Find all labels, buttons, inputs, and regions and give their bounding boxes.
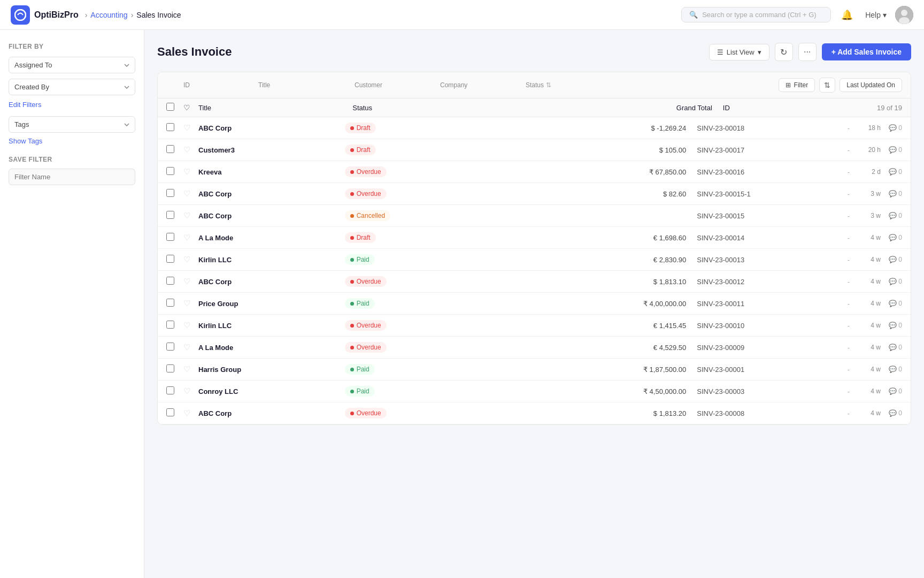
show-tags-link[interactable]: Show Tags [9, 137, 135, 145]
notifications-button[interactable]: 🔔 [837, 5, 857, 25]
select-all-checkbox[interactable] [166, 103, 174, 111]
logo[interactable]: OptiBizPro [11, 5, 79, 25]
row-check-input[interactable] [166, 123, 174, 131]
row-favorite-7[interactable]: ♡ [183, 277, 198, 286]
row-title-13[interactable]: ABC Corp [198, 409, 345, 417]
row-check-input[interactable] [166, 189, 174, 197]
row-title-5[interactable]: A La Mode [198, 234, 345, 242]
row-check-input[interactable] [166, 277, 174, 285]
row-title-7[interactable]: ABC Corp [198, 278, 345, 286]
breadcrumb-parent[interactable]: Accounting [90, 11, 127, 19]
row-favorite-3[interactable]: ♡ [183, 189, 198, 199]
avatar[interactable] [895, 6, 913, 24]
row-favorite-12[interactable]: ♡ [183, 386, 198, 396]
row-check-input[interactable] [166, 364, 174, 372]
row-checkbox-13[interactable] [166, 408, 183, 418]
more-options-button[interactable]: ··· [798, 43, 817, 61]
row-favorite-11[interactable]: ♡ [183, 364, 198, 374]
row-check-input[interactable] [166, 255, 174, 263]
row-favorite-4[interactable]: ♡ [183, 211, 198, 220]
row-title-12[interactable]: Conroy LLC [198, 387, 345, 396]
table-row[interactable]: ♡ ABC Corp Draft $ -1,269.24 SINV-23-000… [158, 117, 911, 139]
row-check-input[interactable] [166, 321, 174, 329]
assigned-to-select[interactable]: Assigned To [9, 57, 135, 73]
row-favorite-9[interactable]: ♡ [183, 321, 198, 330]
breadcrumb: › Accounting › Sales Invoice [85, 11, 181, 19]
table-filter-button[interactable]: ⊞ Filter [779, 78, 815, 92]
row-check-input[interactable] [166, 211, 174, 219]
table-row[interactable]: ♡ ABC Corp Overdue $ 1,813.10 SINV-23-00… [158, 271, 911, 293]
row-checkbox-1[interactable] [166, 145, 183, 155]
table-row[interactable]: ♡ Kirlin LLC Overdue € 1,415.45 SINV-23-… [158, 315, 911, 337]
table-row[interactable]: ♡ Kreeva Overdue ₹ 67,850.00 SINV-23-000… [158, 161, 911, 183]
row-checkbox-9[interactable] [166, 321, 183, 330]
row-check-input[interactable] [166, 386, 174, 394]
row-check-input[interactable] [166, 145, 174, 153]
row-checkbox-0[interactable] [166, 123, 183, 133]
row-time-11: 4 w [854, 366, 881, 373]
edit-filters-link[interactable]: Edit Filters [9, 101, 135, 109]
row-check-input[interactable] [166, 343, 174, 351]
row-checkbox-2[interactable] [166, 167, 183, 177]
comment-count-7: 0 [898, 278, 902, 285]
table-row[interactable]: ♡ Customer3 Draft $ 105.00 SINV-23-00017… [158, 139, 911, 161]
row-favorite-1[interactable]: ♡ [183, 145, 198, 155]
sort-button[interactable]: ⇅ [819, 78, 835, 93]
row-grand-total-3: $ 82.60 [540, 190, 697, 198]
table-row[interactable]: ♡ Conroy LLC Paid ₹ 4,50,000.00 SINV-23-… [158, 381, 911, 402]
help-button[interactable]: Help ▾ [865, 11, 887, 19]
tags-select[interactable]: Tags [9, 116, 135, 133]
search-bar[interactable]: 🔍 Search or type a command (Ctrl + G) [681, 7, 831, 22]
table-row[interactable]: ♡ ABC Corp Overdue $ 1,813.20 SINV-23-00… [158, 402, 911, 424]
table-row[interactable]: ♡ ABC Corp Overdue $ 82.60 SINV-23-00015… [158, 183, 911, 205]
row-checkbox-7[interactable] [166, 277, 183, 286]
row-favorite-10[interactable]: ♡ [183, 343, 198, 352]
row-favorite-2[interactable]: ♡ [183, 167, 198, 177]
row-checkbox-3[interactable] [166, 189, 183, 199]
row-grand-total-7: $ 1,813.10 [540, 278, 697, 286]
last-updated-button[interactable]: Last Updated On [840, 78, 902, 92]
table-row[interactable]: ♡ Price Group Paid ₹ 4,00,000.00 SINV-23… [158, 293, 911, 315]
badge-dot-7 [350, 280, 354, 284]
row-title-11[interactable]: Harris Group [198, 366, 345, 374]
row-checkbox-4[interactable] [166, 211, 183, 220]
row-comment-12: 💬 0 [881, 387, 902, 395]
row-favorite-0[interactable]: ♡ [183, 123, 198, 133]
row-title-10[interactable]: A La Mode [198, 344, 345, 352]
row-checkbox-5[interactable] [166, 233, 183, 242]
table-row[interactable]: ♡ ABC Corp Cancelled SINV-23-00015 - 3 w… [158, 205, 911, 227]
row-favorite-6[interactable]: ♡ [183, 255, 198, 264]
row-title-8[interactable]: Price Group [198, 300, 345, 308]
row-title-6[interactable]: Kirlin LLC [198, 256, 345, 264]
created-by-select[interactable]: Created By [9, 79, 135, 95]
row-title-4[interactable]: ABC Corp [198, 212, 345, 220]
filter-name-input[interactable] [9, 169, 135, 185]
row-checkbox-11[interactable] [166, 364, 183, 374]
list-view-button[interactable]: ☰ List View ▾ [709, 44, 769, 60]
row-favorite-5[interactable]: ♡ [183, 233, 198, 242]
row-check-input[interactable] [166, 233, 174, 241]
status-badge-10: Overdue [345, 342, 387, 353]
row-checkbox-6[interactable] [166, 255, 183, 264]
badge-dot-2 [350, 170, 354, 174]
table-row[interactable]: ♡ A La Mode Draft € 1,698.60 SINV-23-000… [158, 227, 911, 249]
row-title-2[interactable]: Kreeva [198, 168, 345, 176]
row-checkbox-10[interactable] [166, 343, 183, 352]
row-favorite-13[interactable]: ♡ [183, 408, 198, 418]
row-check-input[interactable] [166, 408, 174, 416]
row-check-input[interactable] [166, 167, 174, 175]
table-row[interactable]: ♡ Harris Group Paid ₹ 1,87,500.00 SINV-2… [158, 359, 911, 381]
table-row[interactable]: ♡ A La Mode Overdue € 4,529.50 SINV-23-0… [158, 337, 911, 359]
row-checkbox-8[interactable] [166, 299, 183, 308]
row-check-input[interactable] [166, 299, 174, 307]
add-invoice-button[interactable]: + Add Sales Invoice [822, 43, 911, 60]
row-title-0[interactable]: ABC Corp [198, 124, 345, 132]
refresh-button[interactable]: ↻ [775, 43, 793, 61]
filter-label: Filter [794, 81, 808, 89]
row-title-1[interactable]: Customer3 [198, 146, 345, 154]
row-checkbox-12[interactable] [166, 386, 183, 396]
row-favorite-8[interactable]: ♡ [183, 299, 198, 308]
row-title-9[interactable]: Kirlin LLC [198, 322, 345, 330]
table-row[interactable]: ♡ Kirlin LLC Paid € 2,830.90 SINV-23-000… [158, 249, 911, 271]
row-title-3[interactable]: ABC Corp [198, 190, 345, 198]
